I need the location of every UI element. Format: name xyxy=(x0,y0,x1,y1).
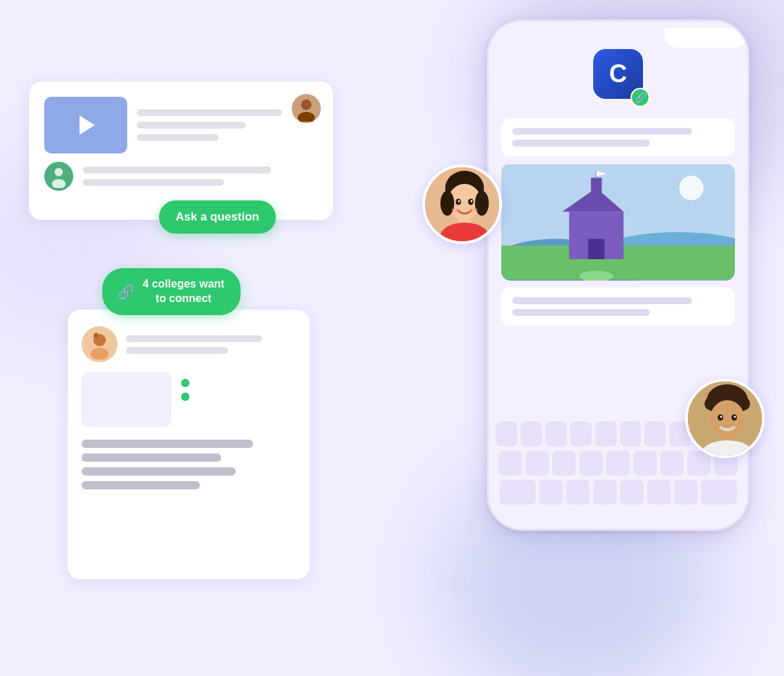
key xyxy=(660,451,684,476)
phone-messages xyxy=(489,118,747,326)
key xyxy=(579,451,603,476)
card-top-row xyxy=(44,97,318,153)
svg-point-0 xyxy=(301,100,311,110)
content-line xyxy=(137,134,218,141)
content-line xyxy=(137,109,282,116)
message-bubble-2 xyxy=(501,288,735,326)
svg-point-5 xyxy=(91,348,109,359)
scene: Ask a question 🔗 4 colleges want to conn… xyxy=(0,0,784,676)
svg-point-29 xyxy=(451,207,460,213)
link-badge-icon: 🔗 xyxy=(635,92,646,103)
key xyxy=(620,480,644,505)
svg-point-3 xyxy=(52,179,66,188)
svg-point-2 xyxy=(55,168,63,176)
key xyxy=(498,451,522,476)
svg-point-44 xyxy=(734,416,736,418)
content-placeholder-box xyxy=(82,372,171,427)
keyboard-row-3 xyxy=(496,480,740,505)
key xyxy=(647,480,671,505)
key xyxy=(552,451,576,476)
key xyxy=(620,422,642,447)
svg-point-39 xyxy=(721,388,734,400)
card-top-right-avatar xyxy=(292,94,321,123)
svg-point-23 xyxy=(440,191,454,216)
svg-point-27 xyxy=(458,200,460,203)
green-person-avatar xyxy=(44,162,73,191)
play-icon xyxy=(80,115,95,135)
card-bottom-content xyxy=(82,372,296,427)
content-line xyxy=(126,347,228,354)
keyboard-row-2 xyxy=(496,451,740,476)
msg-line xyxy=(512,140,650,147)
svg-point-7 xyxy=(95,335,97,337)
card-bottom-text-lines xyxy=(82,440,296,489)
svg-point-18 xyxy=(679,176,703,200)
male-avatar xyxy=(685,379,765,458)
key xyxy=(525,451,549,476)
message-bubble-1 xyxy=(501,118,735,156)
college-illustration-card xyxy=(501,163,735,281)
key xyxy=(674,480,698,505)
msg-line xyxy=(512,297,692,304)
bottom-left-card xyxy=(68,310,310,579)
card-content-lines xyxy=(137,109,318,141)
content-line xyxy=(126,335,262,342)
header-text-lines xyxy=(126,335,296,354)
dots-group xyxy=(181,372,189,401)
key xyxy=(633,451,657,476)
link-icon: 🔗 xyxy=(118,283,135,301)
key xyxy=(521,422,542,447)
key xyxy=(595,422,617,447)
text-line xyxy=(82,453,221,462)
svg-point-24 xyxy=(475,191,489,216)
content-line xyxy=(83,179,224,186)
svg-point-43 xyxy=(720,416,722,418)
phone-notch xyxy=(664,28,747,48)
app-letter: C xyxy=(609,59,627,88)
key-shift xyxy=(500,480,536,505)
svg-point-28 xyxy=(471,200,473,203)
key xyxy=(566,480,590,505)
top-left-card xyxy=(29,82,333,220)
text-line xyxy=(82,481,200,489)
key xyxy=(593,480,617,505)
key xyxy=(644,422,666,447)
msg-line xyxy=(512,128,692,135)
key-delete xyxy=(701,480,737,505)
svg-point-30 xyxy=(469,207,478,213)
content-line xyxy=(83,167,271,173)
key xyxy=(545,422,567,447)
key xyxy=(606,451,630,476)
msg-line xyxy=(512,309,650,316)
svg-rect-15 xyxy=(591,178,602,193)
key xyxy=(539,480,563,505)
colleges-badge-label: 4 colleges want to connect xyxy=(142,277,225,306)
text-line xyxy=(82,440,253,448)
content-line xyxy=(137,122,245,129)
colleges-connect-badge[interactable]: 🔗 4 colleges want to connect xyxy=(102,268,241,315)
svg-point-40 xyxy=(710,400,745,438)
phone-app-link-badge: 🔗 xyxy=(631,88,650,107)
dot-1 xyxy=(181,379,189,387)
key xyxy=(496,422,517,447)
video-thumbnail xyxy=(44,97,127,153)
key xyxy=(570,422,592,447)
svg-point-1 xyxy=(298,112,315,122)
card-content-lines-2 xyxy=(83,167,318,186)
svg-rect-14 xyxy=(588,239,605,259)
female-avatar xyxy=(422,165,502,244)
card-bottom-row xyxy=(44,162,318,191)
squirrel-avatar xyxy=(82,326,118,362)
card-bottom-header xyxy=(82,326,296,362)
ask-question-button[interactable]: Ask a question xyxy=(159,200,276,234)
text-line xyxy=(82,467,236,476)
dot-2 xyxy=(181,393,189,401)
